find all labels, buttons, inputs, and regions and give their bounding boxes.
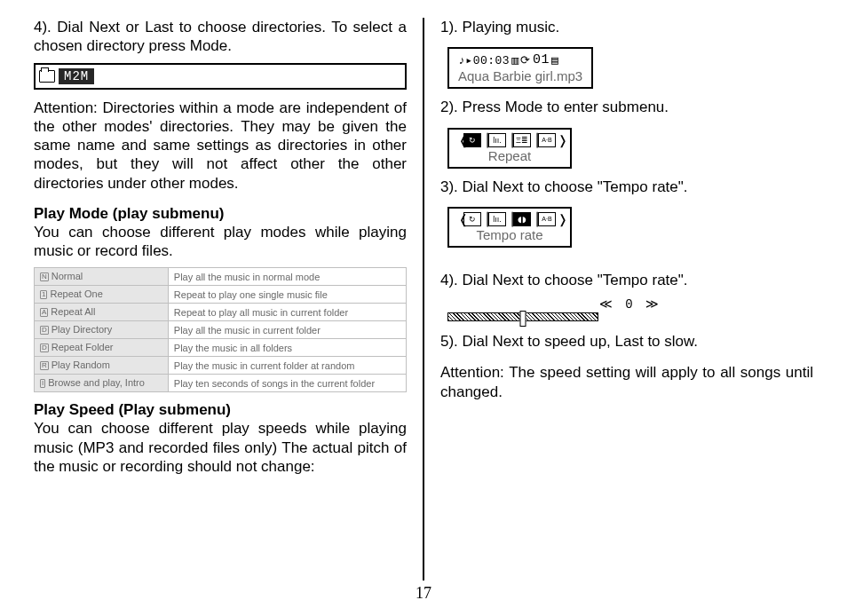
submenu-tempo-label: Tempo rate — [458, 227, 561, 242]
table-row: DRepeat FolderPlay the music in all fold… — [35, 339, 407, 357]
mode-name: Browse and play, Intro — [48, 377, 145, 388]
left-column: 4). Dial Next or Last to choose director… — [25, 18, 416, 580]
play-mode-table: NNormalPlay all the music in normal mode… — [34, 267, 407, 392]
lcd-m2m-screen: M2M — [34, 63, 407, 90]
submenu-icons-row: ❬ ↻ ⎟ lıı. ⎟ ◖◗ ⎟ A·B ❭ — [458, 212, 561, 226]
mode-name: Repeat Folder — [51, 342, 114, 352]
scroll-right-icon: ❭ — [558, 133, 561, 147]
mode-icon: D — [40, 326, 49, 335]
table-row: 1Repeat OneRepeat to play one single mus… — [35, 286, 407, 304]
mode-desc: Play ten seconds of songs in the current… — [168, 375, 406, 392]
mode-icon: I — [40, 379, 45, 388]
card-icon: ▤ — [551, 53, 558, 67]
mode-desc: Repeat to play one single music file — [168, 286, 406, 304]
step-4-label: 4). Dial Next to choose "Tempo rate". — [440, 271, 813, 289]
mode-desc: Repeat to play all music in current fold… — [168, 304, 406, 321]
lcd-filename: Aqua Barbie girl.mp3 — [458, 68, 582, 83]
mode-icon: D — [40, 344, 49, 352]
mode-desc: Play all the music in current folder — [168, 321, 406, 339]
step-3-label: 3). Dial Next to choose "Tempo rate". — [440, 178, 813, 196]
page-body: 4). Dial Next or Last to choose director… — [0, 0, 847, 580]
tempo-icon: ◖◗ — [513, 212, 531, 226]
attention-directories: Attention: Directories within a mode are… — [34, 99, 407, 193]
step-4-text: 4). Dial Next or Last to choose director… — [34, 18, 407, 56]
play-speed-text: You can choose different play speeds whi… — [34, 419, 407, 476]
play-mode-text: You can choose different play modes whil… — [34, 223, 407, 261]
lcd-submenu-repeat: ❬ ↻ ⎟ lıı. ⎟ Ξ≣ ⎟ A·B ❭ Repeat — [447, 128, 572, 169]
table-row: DPlay DirectoryPlay all the music in cur… — [35, 321, 407, 339]
mode-icon: A — [40, 308, 48, 317]
mode-icon: 1 — [40, 290, 47, 299]
play-mode-heading: Play Mode (play submenu) — [34, 205, 407, 223]
step-5-label: 5). Dial Next to speed up, Last to slow. — [440, 332, 813, 351]
lcd-status-row: ♪▸00:03 ▥ ⟳ 01 ▤ — [458, 52, 582, 67]
music-icon: ♪▸00:03 — [458, 53, 510, 67]
mode-name: Play Directory — [51, 324, 112, 335]
equalizer-icon: lıı. — [488, 212, 506, 226]
mode-name: Repeat All — [51, 306, 95, 317]
right-column: 1). Playing music. ♪▸00:03 ▥ ⟳ 01 ▤ Aqua… — [431, 18, 822, 580]
tempo-icon: Ξ≣ — [513, 133, 531, 147]
table-row: ARepeat AllRepeat to play all music in c… — [35, 304, 407, 321]
mode-name: Repeat One — [50, 288, 102, 299]
equalizer-icon: lıı. — [488, 133, 506, 147]
track-number: 01 — [533, 52, 550, 67]
submenu-repeat-label: Repeat — [458, 148, 561, 163]
repeat-icon: ↻ — [463, 212, 481, 226]
tempo-value: ≪ 0 ≫ — [447, 296, 813, 312]
repeat-mode-icon: ⟳ — [520, 53, 531, 67]
mode-desc: Play the music in current folder at rand… — [168, 357, 406, 375]
folder-icon — [39, 70, 55, 83]
table-row: RPlay RandomPlay the music in current fo… — [35, 357, 407, 375]
table-row: IBrowse and play, IntroPlay ten seconds … — [35, 375, 407, 392]
tempo-slider — [447, 312, 598, 321]
attention-speed: Attention: The speed setting will apply … — [440, 363, 813, 401]
submenu-icons-row: ❬ ↻ ⎟ lıı. ⎟ Ξ≣ ⎟ A·B ❭ — [458, 133, 561, 147]
column-divider — [423, 18, 424, 580]
mode-name: Normal — [51, 271, 83, 281]
mode-desc: Play the music in all folders — [168, 339, 406, 357]
page-number: 17 — [0, 580, 847, 603]
scroll-left-icon: ❬ — [458, 133, 462, 147]
lcd-playing-screen: ♪▸00:03 ▥ ⟳ 01 ▤ Aqua Barbie girl.mp3 — [447, 47, 593, 89]
table-row: NNormalPlay all the music in normal mode — [35, 268, 407, 286]
repeat-icon: ↻ — [463, 133, 481, 147]
mode-desc: Play all the music in normal mode — [168, 268, 406, 286]
ab-icon: A·B — [538, 212, 556, 226]
battery-icon: ▥ — [511, 53, 518, 67]
play-speed-heading: Play Speed (Play submenu) — [34, 401, 407, 419]
mode-name: Play Random — [51, 359, 110, 370]
lcd-submenu-tempo: ❬ ↻ ⎟ lıı. ⎟ ◖◗ ⎟ A·B ❭ Tempo rate — [447, 207, 572, 248]
step-1-label: 1). Playing music. — [440, 18, 813, 36]
lcd-m2m-label: M2M — [59, 68, 94, 84]
tempo-rate-slider-box: ≪ 0 ≫ — [447, 296, 813, 321]
ab-icon: A·B — [538, 133, 556, 147]
scroll-left-icon: ❬ — [458, 212, 462, 226]
scroll-right-icon: ❭ — [558, 212, 561, 226]
mode-icon: N — [40, 272, 49, 281]
step-2-label: 2). Press Mode to enter submenu. — [440, 98, 813, 116]
mode-icon: R — [40, 361, 49, 370]
